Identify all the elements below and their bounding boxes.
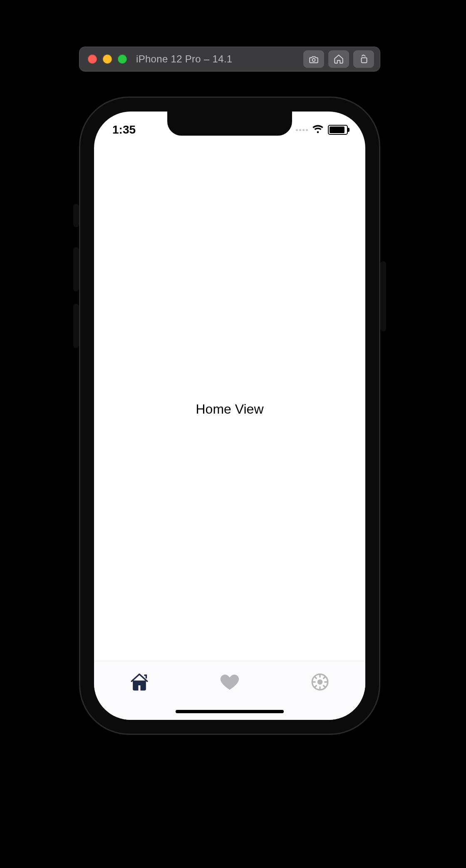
home-indicator[interactable] [176, 710, 284, 713]
device-frame: 1:35 Home View [79, 97, 380, 735]
app-content: Home View [94, 144, 365, 674]
mute-switch[interactable] [73, 204, 79, 227]
svg-point-0 [312, 59, 315, 62]
wifi-icon [312, 123, 324, 136]
content-title: Home View [196, 402, 263, 417]
volume-up-button[interactable] [73, 247, 79, 291]
house-icon [129, 672, 150, 694]
simulator-title: iPhone 12 Pro – 14.1 [136, 53, 233, 65]
home-tab[interactable] [94, 661, 184, 704]
screenshot-button[interactable] [303, 50, 324, 68]
favorites-tab[interactable] [184, 661, 275, 704]
status-indicators [296, 123, 348, 136]
battery-icon [328, 125, 348, 135]
gear-icon [310, 672, 330, 694]
window-minimize-button[interactable] [103, 55, 112, 64]
svg-rect-2 [362, 58, 367, 63]
side-power-button[interactable] [380, 261, 386, 331]
cellular-icon [296, 129, 308, 131]
settings-tab[interactable] [275, 661, 365, 704]
home-button[interactable] [328, 50, 349, 68]
window-zoom-button[interactable] [118, 55, 127, 64]
device-screen: 1:35 Home View [94, 112, 365, 720]
home-icon [333, 54, 344, 64]
screenshot-icon [308, 54, 319, 64]
simulator-toolbar [303, 50, 374, 68]
share-button[interactable] [353, 50, 374, 68]
window-close-button[interactable] [88, 55, 97, 64]
simulator-titlebar: iPhone 12 Pro – 14.1 [79, 47, 380, 72]
window-controls [88, 55, 127, 64]
svg-point-4 [318, 680, 322, 684]
status-time: 1:35 [112, 123, 136, 136]
share-icon [358, 54, 369, 64]
device-notch [167, 112, 292, 136]
volume-down-button[interactable] [73, 304, 79, 348]
heart-icon [219, 672, 240, 694]
